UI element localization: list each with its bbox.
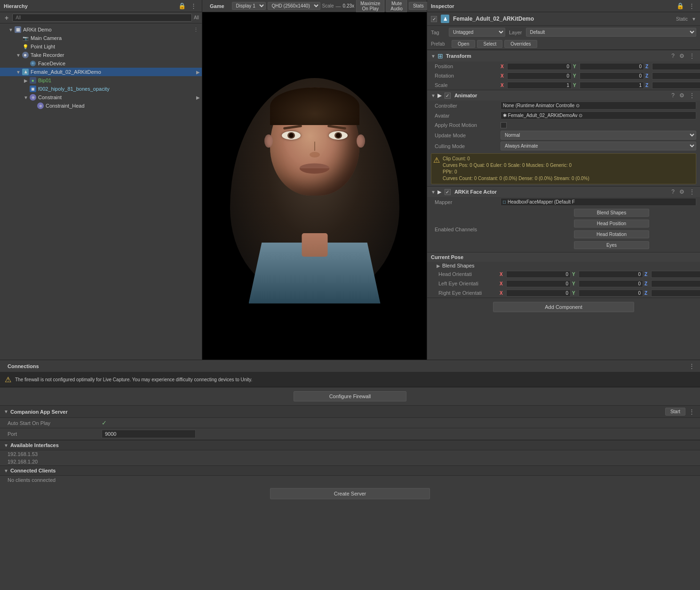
port-input[interactable] (102, 430, 196, 438)
tree-item-menu-arkit[interactable]: ⋮ (192, 26, 200, 33)
blend-shapes-button[interactable]: Blend Shapes (574, 209, 649, 217)
animator-help-icon[interactable]: ? (670, 92, 676, 99)
object-active-checkbox[interactable] (431, 16, 437, 22)
inspector-menu-icon[interactable]: ⋮ (687, 2, 696, 10)
companion-app-menu-icon[interactable]: ⋮ (687, 408, 696, 416)
current-pose-header[interactable]: Current Pose (427, 252, 700, 262)
avatar-row: Avatar ✱ Female_Adult_02_ARKitDemoAv ⊙ (427, 110, 700, 120)
position-x-input[interactable] (507, 63, 572, 70)
controller-value[interactable]: None (Runtime Animator Controlle ⊙ (501, 102, 696, 110)
display-select[interactable]: Display 1 (232, 2, 266, 10)
tree-item-take-recorder[interactable]: ▼ ⏺ Take Recorder (0, 51, 202, 59)
head-rotation-button[interactable]: Head Rotation (574, 230, 649, 238)
animator-active-checkbox[interactable] (445, 93, 451, 99)
scale-z-input[interactable] (652, 82, 700, 89)
connected-clients-section[interactable]: ▼ Connected Clients (0, 465, 700, 476)
right-eye-xyz: X Y Z (500, 290, 700, 297)
expand-female-adult[interactable]: ▼ (15, 70, 22, 75)
configure-firewall-button[interactable]: Configure Firewall (294, 391, 406, 401)
update-mode-dropdown[interactable]: Normal (501, 131, 696, 140)
scale-x-input[interactable] (507, 82, 572, 89)
tree-item-face-device[interactable]: 👁 FaceDevice (0, 59, 202, 68)
culling-mode-dropdown[interactable]: Always Animate (501, 142, 696, 150)
expand-take-recorder[interactable]: ▼ (15, 53, 22, 58)
position-z-field: Z (645, 63, 700, 70)
arkit-section-actions: ? ⚙ ⋮ (670, 189, 696, 195)
connections-menu-icon[interactable]: ⋮ (687, 362, 696, 370)
transform-help-icon[interactable]: ? (670, 53, 676, 59)
expand-bip01[interactable]: ▶ (23, 78, 29, 83)
prefab-select-button[interactable]: Select (477, 40, 502, 48)
mute-audio-button[interactable]: Mute Audio (386, 0, 407, 13)
arkit-settings-icon[interactable]: ⚙ (678, 189, 686, 195)
transform-settings-icon[interactable]: ⚙ (678, 53, 686, 59)
tree-item-arkit-demo[interactable]: ▼ ▦ ARKit Demo ⋮ (0, 25, 202, 34)
position-z-input[interactable] (652, 63, 700, 70)
animator-menu-icon[interactable]: ⋮ (688, 92, 696, 99)
hierarchy-add-button[interactable]: + (3, 14, 10, 22)
avatar-hair (270, 87, 359, 125)
hierarchy-search-input[interactable] (12, 14, 192, 22)
right-eye-z-input[interactable] (651, 290, 700, 297)
arkit-active-checkbox[interactable] (445, 189, 451, 195)
head-orient-y-input[interactable] (579, 271, 643, 278)
transform-section-header[interactable]: ▼ ⊞ Transform ? ⚙ ⋮ (427, 50, 700, 62)
tree-item-female-adult[interactable]: ▼ ♟ Female_Adult_02_ARKitDemo ▶ (0, 68, 202, 76)
animator-settings-icon[interactable]: ⚙ (678, 92, 686, 99)
hierarchy-lock-icon[interactable]: 🔒 (177, 2, 187, 10)
arkit-help-icon[interactable]: ? (670, 189, 676, 195)
left-eye-z-input[interactable] (651, 280, 700, 287)
transform-menu-icon[interactable]: ⋮ (688, 53, 696, 59)
tree-item-constraint[interactable]: ▼ ⊕ Constraint ▶ (0, 93, 202, 102)
scale-label: Scale (322, 3, 334, 8)
right-eye-y-input[interactable] (579, 290, 643, 297)
rotation-x-input[interactable] (507, 72, 572, 79)
arkit-section-header[interactable]: ▼ ▶ ARKit Face Actor ? ⚙ ⋮ (427, 186, 700, 197)
left-eye-x-input[interactable] (506, 280, 571, 287)
rotation-z-input[interactable] (652, 72, 700, 79)
maximize-on-play-button[interactable]: Maximize On Play (356, 0, 384, 13)
available-interfaces-section[interactable]: ▼ Available Interfaces (0, 440, 700, 450)
tree-item-f002-bones[interactable]: ▣ f002_hipoly_81_bones_opacity (0, 85, 202, 93)
hierarchy-menu-icon[interactable]: ⋮ (189, 2, 198, 10)
create-server-button[interactable]: Create Server (270, 488, 430, 499)
rotation-row: Rotation X Y Z (427, 71, 700, 80)
head-orient-x-input[interactable] (506, 271, 571, 278)
left-eye-y-input[interactable] (579, 280, 643, 287)
tree-item-main-camera[interactable]: 📷 Main Camera (0, 34, 202, 42)
start-server-button[interactable]: Start (665, 408, 685, 416)
eyes-button[interactable]: Eyes (574, 241, 649, 249)
companion-app-section[interactable]: ▼ Companion App Server Start ⋮ (0, 405, 700, 418)
expand-constraint[interactable]: ▼ (23, 95, 29, 100)
right-eye-x-input[interactable] (506, 290, 571, 297)
blend-shapes-section-arrow[interactable]: ▶ (437, 263, 440, 268)
prefab-open-button[interactable]: Open (452, 40, 475, 48)
resolution-select[interactable]: QHD (2560x1440) (268, 2, 320, 10)
scale-y-input[interactable] (580, 82, 644, 89)
expand-arkit-demo[interactable]: ▼ (8, 27, 14, 32)
tree-item-point-light[interactable]: 💡 Point Light (0, 42, 202, 51)
stats-button[interactable]: Stats (409, 2, 428, 10)
arkit-menu-icon[interactable]: ⋮ (688, 189, 696, 195)
game-toolbar: Game Display 1 QHD (2560x1440) Scale — 0… (202, 0, 427, 12)
animator-expand-icon: ▼ (431, 93, 436, 98)
position-y-input[interactable] (580, 63, 644, 70)
rotation-y-input[interactable] (580, 72, 644, 79)
tree-item-bip01[interactable]: ▶ ■ Bip01 (0, 76, 202, 85)
tree-item-constraint-head[interactable]: ⊕ Constraint_Head (0, 102, 202, 110)
layer-dropdown[interactable]: Default (526, 28, 696, 37)
firewall-warning-icon: ⚠ (5, 375, 11, 384)
mapper-value[interactable]: □ HeadboxFaceMapper (Default F (501, 198, 696, 206)
add-component-button[interactable]: Add Component (493, 302, 634, 312)
head-position-button[interactable]: Head Position (574, 220, 649, 228)
apply-root-checkbox[interactable] (501, 122, 507, 128)
head-orient-z-input[interactable] (651, 271, 700, 278)
prefab-overrides-button[interactable]: Overrides (504, 40, 537, 48)
inspector-lock-icon[interactable]: 🔒 (675, 2, 685, 10)
animator-section-header[interactable]: ▼ ▶ Animator ? ⚙ ⋮ (427, 90, 700, 101)
avatar-value[interactable]: ✱ Female_Adult_02_ARKitDemoAv ⊙ (501, 111, 696, 119)
position-x-label: X (501, 64, 506, 69)
position-label: Position (435, 63, 501, 69)
tag-dropdown[interactable]: Untagged (449, 28, 505, 37)
head-orient-x-field: X (500, 271, 571, 278)
